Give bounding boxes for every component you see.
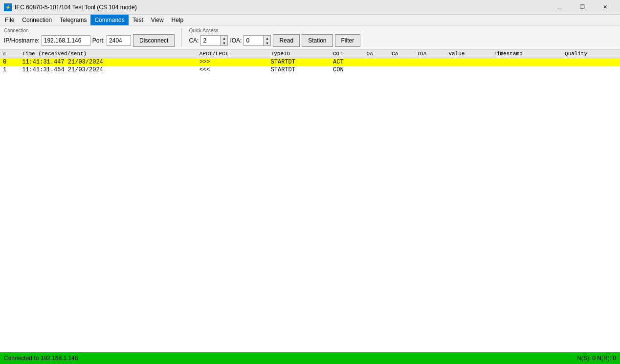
table-row[interactable]: 111:41:31.454 21/03/2024<<<STARTDTCON: [0, 66, 620, 74]
cell-num-0: 0: [0, 58, 19, 66]
col-ioa: IOA: [414, 50, 445, 58]
filter-button[interactable]: Filter: [335, 34, 361, 47]
cell-ca-1: [389, 66, 414, 74]
cell-cot-0: ACT: [330, 58, 364, 66]
cell-ioa-1: [414, 66, 445, 74]
ioa-spinner: ▲ ▼: [244, 35, 271, 46]
col-timestamp: Timestamp: [490, 50, 562, 58]
cell-timestamp-0: [490, 58, 562, 66]
col-cot: COT: [330, 50, 364, 58]
col-ca: CA: [389, 50, 414, 58]
col-quality: Quality: [562, 50, 620, 58]
col-time: Time (received/sent): [19, 50, 197, 58]
ca-label: CA:: [189, 37, 199, 44]
quick-access-row: CA: ▲ ▼ IOA: ▲ ▼ Read Station Filter: [189, 34, 360, 47]
read-button[interactable]: Read: [273, 34, 300, 47]
cell-oa-1: [364, 66, 389, 74]
cell-timestamp-1: [490, 66, 562, 74]
table-header-row: # Time (received/sent) APCI/LPCI TypeID …: [0, 50, 620, 58]
ca-down-arrow[interactable]: ▼: [221, 41, 227, 45]
cell-quality-0: [562, 58, 620, 66]
station-button[interactable]: Station: [302, 34, 332, 47]
col-num: #: [0, 50, 19, 58]
ioa-up-arrow[interactable]: ▲: [264, 36, 270, 41]
toolbar: Connection IP/Hostname: Port: Disconnect…: [0, 25, 620, 50]
menu-telegrams[interactable]: Telegrams: [56, 15, 90, 25]
col-value: Value: [445, 50, 490, 58]
menu-view[interactable]: View: [147, 15, 168, 25]
connection-status: Connected to 192.168.1.146: [4, 355, 78, 362]
menu-bar: File Connection Telegrams Commands Test …: [0, 15, 620, 25]
ioa-label: IOA:: [230, 37, 242, 44]
ca-spinner: ▲ ▼: [200, 35, 228, 46]
connection-row: IP/Hostname: Port: Disconnect: [4, 34, 175, 47]
status-bar: Connected to 192.168.1.146 N(S): 0 N(R):…: [0, 352, 620, 364]
menu-help[interactable]: Help: [168, 15, 188, 25]
quick-access-section: Quick Access CA: ▲ ▼ IOA: ▲ ▼ Read Stati…: [189, 28, 360, 47]
app-title: IEC 60870-5-101/104 Test Tool (CS 104 mo…: [15, 4, 549, 11]
cell-ca-0: [389, 58, 414, 66]
ca-input[interactable]: [200, 35, 220, 46]
cell-ioa-0: [414, 58, 445, 66]
cell-num-1: 1: [0, 66, 19, 74]
col-oa: OA: [364, 50, 389, 58]
port-label: Port:: [92, 37, 105, 44]
cell-value-1: [445, 66, 490, 74]
cell-apci-1: <<<: [197, 66, 268, 74]
ioa-arrows: ▲ ▼: [263, 35, 271, 46]
cell-time-1: 11:41:31.454 21/03/2024: [19, 66, 197, 74]
window-controls: — ❐ ✕: [549, 0, 616, 15]
restore-button[interactable]: ❐: [571, 0, 594, 15]
connection-label: Connection: [4, 28, 175, 33]
ca-arrows: ▲ ▼: [220, 35, 228, 46]
close-button[interactable]: ✕: [594, 0, 616, 15]
cell-quality-1: [562, 66, 620, 74]
menu-commands[interactable]: Commands: [90, 15, 128, 25]
ip-label: IP/Hostname:: [4, 37, 40, 44]
data-area: # Time (received/sent) APCI/LPCI TypeID …: [0, 50, 620, 352]
cell-value-0: [445, 58, 490, 66]
ioa-down-arrow[interactable]: ▼: [264, 41, 270, 45]
ip-input[interactable]: [42, 35, 90, 46]
cell-typeid-0: STARTDT: [268, 58, 330, 66]
port-input[interactable]: [107, 35, 131, 46]
col-typeid: TypeID: [268, 50, 330, 58]
cell-cot-1: CON: [330, 66, 364, 74]
menu-test[interactable]: Test: [129, 15, 147, 25]
app-icon: ⚡: [4, 3, 12, 11]
ca-up-arrow[interactable]: ▲: [221, 36, 227, 41]
table-row[interactable]: 011:41:31.447 21/03/2024>>>STARTDTACT: [0, 58, 620, 66]
cell-oa-0: [364, 58, 389, 66]
data-table: # Time (received/sent) APCI/LPCI TypeID …: [0, 50, 620, 74]
menu-file[interactable]: File: [1, 15, 18, 25]
quick-access-label: Quick Access: [189, 28, 360, 33]
toolbar-divider: [181, 28, 182, 47]
cell-apci-0: >>>: [197, 58, 268, 66]
cell-time-0: 11:41:31.447 21/03/2024: [19, 58, 197, 66]
minimize-button[interactable]: —: [549, 0, 571, 15]
cell-typeid-1: STARTDT: [268, 66, 330, 74]
disconnect-button[interactable]: Disconnect: [133, 34, 175, 47]
connection-section: Connection IP/Hostname: Port: Disconnect: [4, 28, 175, 47]
ns-nr-status: N(S): 0 N(R): 0: [577, 355, 616, 362]
title-bar: ⚡ IEC 60870-5-101/104 Test Tool (CS 104 …: [0, 0, 620, 15]
col-apci: APCI/LPCI: [197, 50, 268, 58]
menu-connection[interactable]: Connection: [18, 15, 56, 25]
ioa-input[interactable]: [244, 35, 263, 46]
